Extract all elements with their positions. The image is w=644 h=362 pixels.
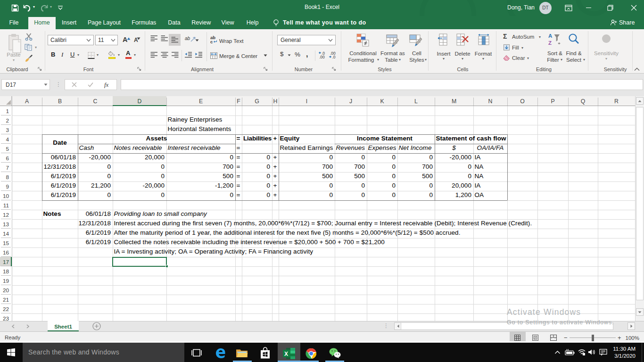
svg-text:A: A <box>548 33 552 39</box>
svg-text:X: X <box>284 351 288 357</box>
svg-text:Z: Z <box>548 40 552 46</box>
